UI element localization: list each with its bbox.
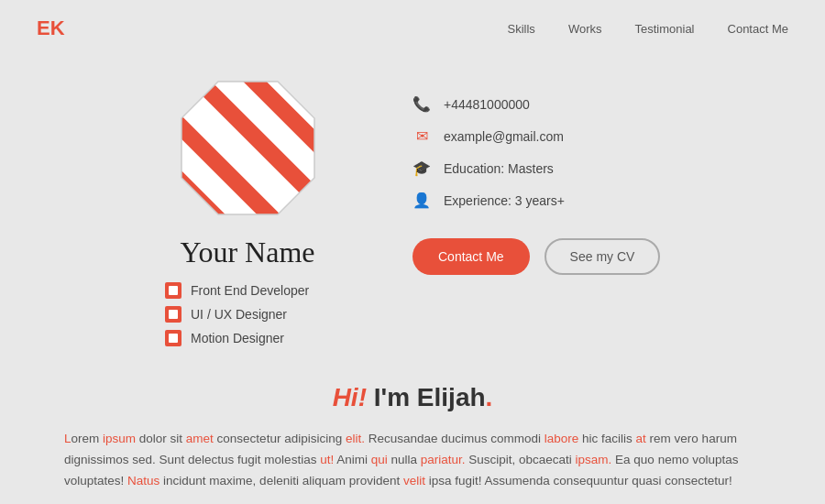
intro-section: Hi! I'm Elijah. Lorem ipsum dolor sit am… [0,365,825,504]
nav-links: Skills Works Testimonial Contact Me [508,20,788,37]
avatar-container [177,77,319,219]
contact-phone: 📞 +44481000000 [412,95,669,113]
experience-icon: 👤 [412,192,431,209]
contact-experience: 👤 Experience: 3 years+ [412,192,669,209]
hero-section: Your Name Front End Developer UI / UX De… [0,49,825,365]
nav-works[interactable]: Works [568,22,602,36]
hero-left: Your Name Front End Developer UI / UX De… [156,77,339,346]
role-item-motion: Motion Designer [165,330,309,346]
intro-heading: Hi! I'm Elijah. [64,383,761,412]
contact-me-button[interactable]: Contact Me [412,238,530,275]
role-item-frontend: Front End Developer [165,282,309,299]
intro-body: Lorem ipsum dolor sit amet consectetur a… [64,429,761,492]
contact-info: 📞 +44481000000 ✉ example@gmail.com 🎓 Edu… [412,95,669,209]
nav-skills[interactable]: Skills [508,22,535,36]
role-checkbox-motion [165,330,182,346]
nav-testimonial[interactable]: Testimonial [634,22,694,36]
phone-icon: 📞 [412,95,431,113]
button-row: Contact Me See my CV [412,238,669,275]
intro-dot: . [486,383,493,411]
hero-right: 📞 +44481000000 ✉ example@gmail.com 🎓 Edu… [412,77,669,275]
education-icon: 🎓 [412,159,431,177]
email-icon: ✉ [412,127,431,145]
role-item-uiux: UI / UX Designer [165,306,309,323]
logo[interactable]: EK [37,16,65,40]
see-cv-button[interactable]: See my CV [544,238,661,275]
role-list: Front End Developer UI / UX Designer Mot… [165,282,309,346]
role-checkbox-frontend [165,282,182,299]
contact-email: ✉ example@gmail.com [412,127,669,145]
navbar: EK Skills Works Testimonial Contact Me [0,0,825,49]
intro-name: I'm Elijah [374,383,486,411]
intro-greeting: Hi! [333,383,367,411]
role-checkbox-uiux [165,306,182,323]
hero-name: Your Name [181,236,315,269]
avatar [177,77,319,219]
nav-contact[interactable]: Contact Me [728,22,788,36]
contact-education: 🎓 Education: Masters [412,159,669,177]
